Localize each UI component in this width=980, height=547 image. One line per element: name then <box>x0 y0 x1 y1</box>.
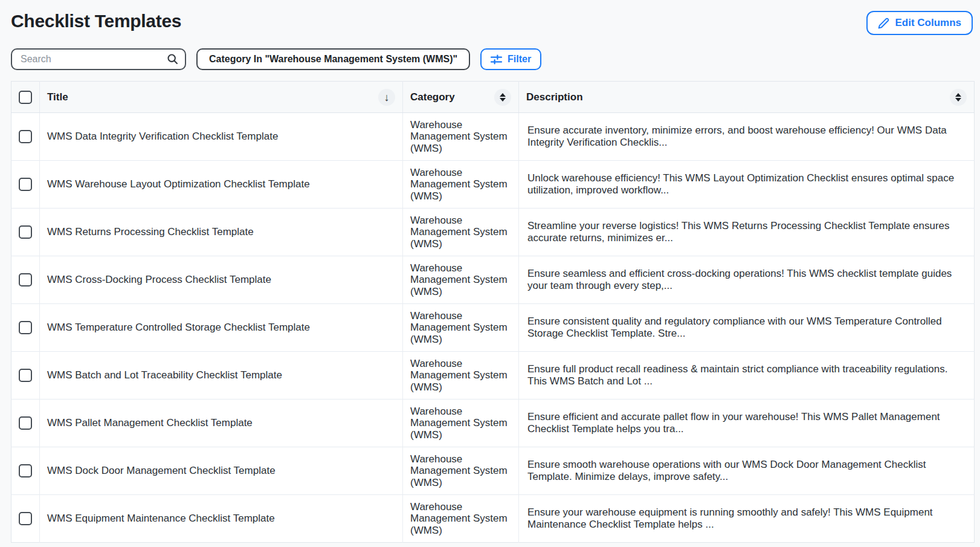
search-wrap <box>11 48 186 70</box>
table-row[interactable]: WMS Cross-Docking Process Checklist Temp… <box>11 256 975 304</box>
row-checkbox[interactable] <box>19 464 32 477</box>
row-description: Ensure your warehouse equipment is runni… <box>519 495 975 543</box>
table-row[interactable]: WMS Temperature Controlled Storage Check… <box>11 304 975 352</box>
row-description: Ensure full product recall readiness & m… <box>519 352 975 400</box>
page-title: Checklist Templates <box>11 11 181 31</box>
table-row[interactable]: WMS Pallet Management Checklist Template… <box>11 400 975 447</box>
column-header-category[interactable]: Category <box>403 82 519 113</box>
filter-chip-label: Category In "Warehouse Management System… <box>209 54 457 65</box>
search-input[interactable] <box>11 48 186 70</box>
row-title: WMS Pallet Management Checklist Template <box>40 400 403 447</box>
row-checkbox[interactable] <box>19 416 32 430</box>
column-description-label: Description <box>526 91 583 103</box>
row-category: Warehouse Management System (WMS) <box>403 495 519 543</box>
row-description: Ensure efficient and accurate pallet flo… <box>519 400 975 447</box>
row-title: WMS Temperature Controlled Storage Check… <box>40 304 403 352</box>
row-title: WMS Dock Door Management Checklist Templ… <box>40 447 403 495</box>
row-category: Warehouse Management System (WMS) <box>403 113 519 161</box>
row-description: Ensure seamless and efficient cross-dock… <box>519 256 975 304</box>
templates-table: Title ↓ Category Description <box>11 81 975 543</box>
row-title: WMS Returns Processing Checklist Templat… <box>40 209 403 256</box>
row-title: WMS Equipment Maintenance Checklist Temp… <box>40 495 403 543</box>
select-all-checkbox[interactable] <box>19 91 32 104</box>
sort-toggle-icon[interactable] <box>950 89 967 106</box>
row-checkbox[interactable] <box>19 178 32 191</box>
sliders-icon <box>491 54 502 65</box>
filter-button-label: Filter <box>508 54 531 65</box>
column-header-description[interactable]: Description <box>519 82 975 113</box>
table-row[interactable]: WMS Data Integrity Verification Checklis… <box>11 113 975 161</box>
table-row[interactable]: WMS Batch and Lot Traceability Checklist… <box>11 352 975 400</box>
row-category: Warehouse Management System (WMS) <box>403 304 519 352</box>
table-header-row: Title ↓ Category Description <box>11 82 975 113</box>
table-row[interactable]: WMS Dock Door Management Checklist Templ… <box>11 447 975 495</box>
edit-columns-label: Edit Columns <box>895 17 961 29</box>
column-title-label: Title <box>47 91 68 103</box>
row-description: Ensure smooth warehouse operations with … <box>519 447 975 495</box>
row-description: Ensure consistent quality and regulatory… <box>519 304 975 352</box>
row-category: Warehouse Management System (WMS) <box>403 447 519 495</box>
row-description: Unlock warehouse efficiency! This WMS La… <box>519 161 975 209</box>
column-header-title[interactable]: Title ↓ <box>40 82 403 113</box>
row-checkbox[interactable] <box>19 225 32 239</box>
active-filter-chip[interactable]: Category In "Warehouse Management System… <box>196 48 470 70</box>
row-title: WMS Cross-Docking Process Checklist Temp… <box>40 256 403 304</box>
row-title: WMS Batch and Lot Traceability Checklist… <box>40 352 403 400</box>
row-category: Warehouse Management System (WMS) <box>403 352 519 400</box>
sort-toggle-icon[interactable] <box>494 89 511 106</box>
row-checkbox[interactable] <box>19 321 32 334</box>
row-title: WMS Warehouse Layout Optimization Checkl… <box>40 161 403 209</box>
edit-columns-button[interactable]: Edit Columns <box>866 11 973 35</box>
table-row[interactable]: WMS Equipment Maintenance Checklist Temp… <box>11 495 975 543</box>
row-checkbox[interactable] <box>19 512 32 525</box>
header-checkbox-cell <box>11 82 40 113</box>
toolbar: Category In "Warehouse Management System… <box>11 48 980 70</box>
row-title: WMS Data Integrity Verification Checklis… <box>40 113 403 161</box>
row-checkbox[interactable] <box>19 273 32 286</box>
row-description: Streamline your reverse logistics! This … <box>519 209 975 256</box>
row-category: Warehouse Management System (WMS) <box>403 256 519 304</box>
sort-descending-icon[interactable]: ↓ <box>378 89 395 106</box>
row-category: Warehouse Management System (WMS) <box>403 161 519 209</box>
row-description: Ensure accurate inventory, minimize erro… <box>519 113 975 161</box>
filter-button[interactable]: Filter <box>480 48 541 70</box>
row-category: Warehouse Management System (WMS) <box>403 209 519 256</box>
pencil-icon <box>878 18 889 29</box>
table-row[interactable]: WMS Warehouse Layout Optimization Checkl… <box>11 161 975 209</box>
row-checkbox[interactable] <box>19 369 32 382</box>
templates-table-container: Title ↓ Category Description <box>11 81 974 543</box>
page-header: Checklist Templates Edit Columns <box>0 0 980 35</box>
row-checkbox[interactable] <box>19 130 32 143</box>
row-category: Warehouse Management System (WMS) <box>403 400 519 447</box>
table-row[interactable]: WMS Returns Processing Checklist Templat… <box>11 209 975 256</box>
column-category-label: Category <box>410 91 455 103</box>
